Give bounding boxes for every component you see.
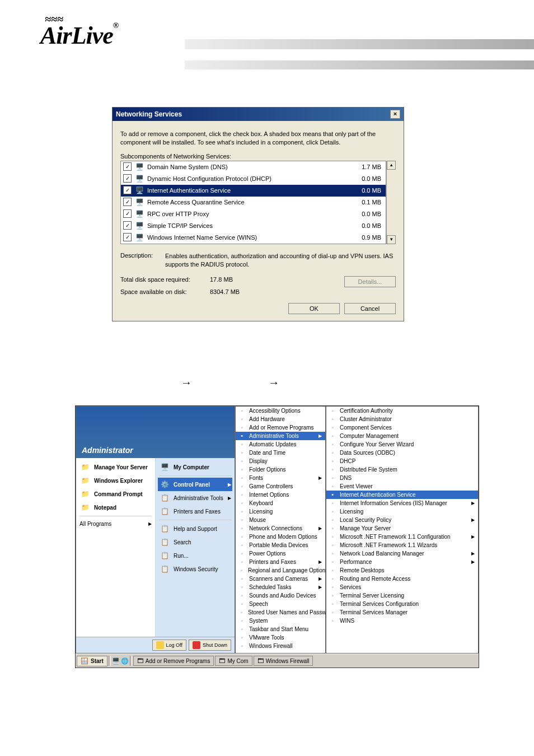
menu-item[interactable]: ▫️Mouse: [236, 516, 325, 524]
scroll-up-icon[interactable]: ▴: [387, 161, 396, 170]
scroll-down-icon[interactable]: ▾: [387, 235, 396, 244]
menu-item[interactable]: ▫️Phone and Modem Options: [236, 533, 325, 541]
menu-item[interactable]: ▫️Local Security Policy▶: [326, 516, 478, 524]
list-item[interactable]: ✓🖥️RPC over HTTP Proxy0.0 MB: [121, 208, 386, 220]
subcomponents-list[interactable]: ✓🖥️Domain Name System (DNS)1.7 MB✓🖥️Dyna…: [120, 161, 386, 244]
menu-item[interactable]: ▫️Data Sources (ODBC): [326, 449, 478, 457]
checkbox[interactable]: ✓: [123, 186, 132, 194]
menu-item[interactable]: ▫️Internet Authentication Service: [326, 491, 478, 499]
menu-item[interactable]: ▫️Add Hardware: [236, 415, 325, 423]
menu-item[interactable]: ▫️Certification Authority: [326, 407, 478, 415]
menu-item[interactable]: ▫️Administrative Tools▶: [236, 432, 325, 440]
menu-item[interactable]: ▫️Game Controllers: [236, 482, 325, 491]
menu-item[interactable]: ▫️Automatic Updates: [236, 440, 325, 449]
start-menu-item[interactable]: 📋Windows Security: [158, 562, 232, 576]
menu-item[interactable]: ▫️Licensing: [326, 507, 478, 516]
start-button[interactable]: 🪟Start: [77, 656, 107, 666]
menu-item[interactable]: ▫️Manage Your Server: [326, 524, 478, 533]
taskbar[interactable]: 🪟Start 🖥️ 🌐 🗔Add or Remove Programs🗔My C…: [76, 654, 479, 668]
menu-item[interactable]: ▫️Licensing: [236, 507, 325, 516]
menu-item[interactable]: ▫️Terminal Server Licensing: [326, 591, 478, 600]
menu-item[interactable]: ▫️Display: [236, 457, 325, 465]
checkbox[interactable]: ✓: [123, 174, 132, 183]
menu-item[interactable]: ▫️Keyboard: [236, 499, 325, 507]
list-item[interactable]: ✓🖥️Windows Internet Name Service (WINS)0…: [121, 232, 386, 244]
taskbar-item[interactable]: 🗔Add or Remove Programs: [133, 656, 214, 666]
shutdown-button[interactable]: Shut Down: [189, 640, 231, 651]
menu-item[interactable]: ▫️WINS: [326, 617, 478, 625]
menu-item[interactable]: ▫️VMware Tools: [236, 633, 325, 642]
menu-item[interactable]: ▫️DNS: [326, 474, 478, 482]
start-menu-item[interactable]: 📋Search: [158, 535, 232, 549]
menu-item[interactable]: ▫️Computer Management: [326, 432, 478, 440]
ok-button[interactable]: OK: [288, 303, 340, 314]
start-menu-item[interactable]: 📋Run...: [158, 549, 232, 562]
menu-item[interactable]: ▫️Services: [326, 583, 478, 591]
menu-item[interactable]: ▫️Microsoft .NET Framework 1.1 Configura…: [326, 533, 478, 541]
list-item[interactable]: ✓🖥️Domain Name System (DNS)1.7 MB: [121, 161, 386, 173]
start-menu-item[interactable]: 📁Command Prompt: [78, 487, 153, 501]
menu-item[interactable]: ▫️Sounds and Audio Devices: [236, 591, 325, 600]
list-item[interactable]: ✓🖥️Remote Access Quarantine Service0.1 M…: [121, 197, 386, 208]
checkbox[interactable]: ✓: [123, 162, 132, 171]
menu-item[interactable]: ▫️Terminal Services Configuration: [326, 600, 478, 608]
admin-tools-submenu[interactable]: ▫️Certification Authority▫️Cluster Admin…: [326, 406, 479, 654]
menu-item[interactable]: ▫️Folder Options: [236, 465, 325, 474]
menu-item[interactable]: ▫️Add or Remove Programs: [236, 423, 325, 432]
menu-item[interactable]: ▫️Internet Information Services (IIS) Ma…: [326, 499, 478, 507]
menu-item[interactable]: ▫️Regional and Language Options: [236, 566, 325, 575]
taskbar-item[interactable]: 🗔Windows Firewall: [254, 656, 313, 666]
list-item[interactable]: ✓🖥️Dynamic Host Configuration Protocol (…: [121, 173, 386, 185]
logoff-button[interactable]: Log Off: [152, 640, 186, 651]
start-menu-item[interactable]: ⚙️Control Panel▶: [158, 478, 232, 491]
menu-item[interactable]: ▫️Scheduled Tasks▶: [236, 583, 325, 591]
menu-item[interactable]: ▫️Event Viewer: [326, 482, 478, 491]
checkbox[interactable]: ✓: [123, 221, 132, 230]
menu-item[interactable]: ▫️Distributed File System: [326, 465, 478, 474]
menu-item[interactable]: ▫️Routing and Remote Access: [326, 575, 478, 583]
list-item[interactable]: ✓🖥️Simple TCP/IP Services0.0 MB: [121, 220, 386, 232]
checkbox[interactable]: ✓: [123, 209, 132, 218]
menu-item[interactable]: ▫️Component Services: [326, 423, 478, 432]
menu-item[interactable]: ▫️Accessibility Options: [236, 407, 325, 415]
menu-item[interactable]: ▫️Microsoft .NET Framework 1.1 Wizards: [326, 541, 478, 549]
menu-item[interactable]: ▫️Internet Options: [236, 491, 325, 499]
quicklaunch-icon[interactable]: 🌐: [121, 657, 129, 665]
menu-item[interactable]: ▫️Remote Desktops: [326, 566, 478, 575]
all-programs[interactable]: All Programs ▶: [78, 518, 153, 530]
menu-item[interactable]: ▫️Taskbar and Start Menu: [236, 625, 325, 633]
start-menu-item[interactable]: 📋Printers and Faxes: [158, 505, 232, 518]
scrollbar[interactable]: ▴ ▾: [386, 161, 396, 244]
list-item[interactable]: ✓🖥️Internet Authentication Service0.0 MB: [121, 185, 386, 197]
start-menu-item[interactable]: 📁Manage Your Server: [78, 460, 153, 474]
menu-item[interactable]: ▫️Speech: [236, 600, 325, 608]
checkbox[interactable]: ✓: [123, 233, 132, 241]
menu-item[interactable]: ▫️Configure Your Server Wizard: [326, 440, 478, 449]
menu-item[interactable]: ▫️Terminal Services Manager: [326, 608, 478, 617]
start-menu-item[interactable]: 📋Help and Support: [158, 522, 232, 535]
menu-item[interactable]: ▫️Power Options: [236, 549, 325, 558]
menu-item[interactable]: ▫️Scanners and Cameras▶: [236, 575, 325, 583]
start-menu-item[interactable]: 📁Notepad: [78, 501, 153, 514]
menu-item[interactable]: ▫️Date and Time: [236, 449, 325, 457]
start-menu-item[interactable]: 📋Administrative Tools▶: [158, 491, 232, 505]
menu-item[interactable]: ▫️Portable Media Devices: [236, 541, 325, 549]
menu-item[interactable]: ▫️Stored User Names and Passwords: [236, 608, 325, 617]
start-menu-item[interactable]: 🖥️My Computer: [158, 460, 232, 474]
menu-item[interactable]: ▫️Performance▶: [326, 558, 478, 566]
start-menu-left-col[interactable]: 📁Manage Your Server📁Windows Explorer📁Com…: [76, 458, 155, 637]
menu-item[interactable]: ▫️Network Connections▶: [236, 524, 325, 533]
start-menu-item[interactable]: 📁Windows Explorer: [78, 474, 153, 487]
close-icon[interactable]: ×: [390, 110, 400, 119]
menu-item[interactable]: ▫️Cluster Administrator: [326, 415, 478, 423]
menu-item[interactable]: ▫️Fonts▶: [236, 474, 325, 482]
control-panel-submenu[interactable]: ▫️Accessibility Options▫️Add Hardware▫️A…: [235, 406, 326, 654]
menu-item[interactable]: ▫️System: [236, 617, 325, 625]
checkbox[interactable]: ✓: [123, 198, 132, 206]
start-menu-right-col[interactable]: 🖥️My Computer⚙️Control Panel▶📋Administra…: [155, 458, 235, 637]
menu-item[interactable]: ▫️DHCP: [326, 457, 478, 465]
cancel-button[interactable]: Cancel: [344, 303, 396, 314]
quicklaunch-icon[interactable]: 🖥️: [112, 657, 120, 665]
taskbar-item[interactable]: 🗔My Com: [215, 656, 252, 666]
menu-item[interactable]: ▫️Network Load Balancing Manager▶: [326, 549, 478, 558]
